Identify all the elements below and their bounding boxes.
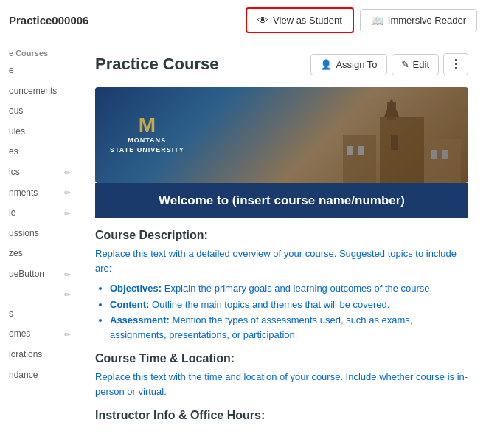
pencil-icon: ✎ — [401, 59, 409, 70]
course-header: Practice Course 👤 Assign To ✎ Edit ⋮ — [95, 53, 468, 75]
welcome-text: Welcome to (insert course name/number) — [159, 193, 405, 207]
page-title: Practice000006 — [9, 14, 88, 27]
view-student-label: View as Student — [273, 15, 342, 26]
list-item-content: Content: Outline the main topics and the… — [110, 297, 468, 312]
edit-label: Edit — [413, 59, 429, 70]
sidebar-item-label: nments — [9, 187, 38, 199]
sidebar-item-label: ussions — [9, 228, 39, 240]
sidebar-section-label: e Courses — [0, 44, 77, 61]
svg-rect-7 — [358, 146, 364, 155]
sidebar-item-ics[interactable]: ics ✏ — [0, 162, 77, 183]
list-label: Assessment: — [110, 314, 170, 325]
edit-icon: ✏ — [64, 187, 71, 198]
edit-icon: ✏ — [64, 329, 71, 340]
sidebar-item-label: le — [9, 207, 15, 219]
edit-icon: ✏ — [64, 168, 71, 178]
course-description-list: Objectives: Explain the primary goals an… — [110, 281, 468, 342]
svg-marker-2 — [384, 98, 399, 117]
sidebar-item-ndance[interactable]: ndance — [0, 365, 77, 386]
edit-button[interactable]: ✎ Edit — [392, 54, 439, 75]
svg-rect-0 — [380, 117, 424, 183]
course-title: Practice Course — [95, 55, 219, 74]
more-options-button[interactable]: ⋮ — [443, 53, 468, 75]
sidebar-item-label: ndance — [9, 370, 38, 382]
sidebar-item-lorations[interactable]: lorations — [0, 345, 77, 365]
svg-rect-8 — [431, 150, 437, 159]
sidebar-item-ussions[interactable]: ussions — [0, 224, 77, 244]
sidebar-item-es[interactable]: es — [0, 142, 77, 162]
assign-to-button[interactable]: 👤 Assign To — [310, 54, 386, 75]
top-bar-actions: 👁 View as Student 📖 Immersive Reader — [246, 7, 477, 33]
sidebar-item-omes[interactable]: omes ✏ — [0, 324, 77, 345]
sidebar-item-label: omes — [9, 328, 30, 340]
edit-icon: ✏ — [64, 208, 71, 218]
svg-rect-6 — [347, 146, 353, 155]
course-banner: M MONTANASTATE UNIVERSITY — [95, 87, 468, 183]
sidebar-item-s[interactable]: s — [0, 304, 77, 325]
section-heading-instructor: Instructor Info & Office Hours: — [95, 409, 468, 422]
sidebar-item-e[interactable]: e — [0, 61, 77, 81]
building-silhouette — [321, 94, 468, 183]
logo-text: MONTANASTATE UNIVERSITY — [110, 136, 184, 154]
svg-rect-5 — [424, 139, 461, 183]
list-label: Objectives: — [110, 283, 162, 294]
sidebar-item-label: es — [9, 146, 18, 158]
sidebar-item-label: ous — [9, 106, 23, 117]
sidebar-item-label: ics — [9, 167, 20, 179]
sidebar-item-label: ueButton — [9, 269, 44, 280]
section-intro-description: Replace this text with a detailed overvi… — [95, 247, 468, 275]
list-text: Explain the primary goals and learning o… — [164, 283, 432, 294]
immersive-reader-button[interactable]: 📖 Immersive Reader — [360, 9, 477, 32]
edit-icon: ✏ — [64, 269, 71, 280]
sidebar-item-label: ules — [9, 126, 25, 138]
sidebar-item-le[interactable]: le ✏ — [0, 203, 77, 224]
sidebar-item-announcements[interactable]: ouncements — [0, 81, 77, 102]
list-label: Content: — [110, 299, 149, 310]
sidebar-item-blank[interactable]: ✏ — [0, 285, 77, 304]
sidebar-item-label: e — [9, 65, 14, 77]
immersive-reader-label: Immersive Reader — [388, 15, 466, 26]
section-intro-time: Replace this text with the time and loca… — [95, 370, 468, 399]
sidebar-item-label: ouncements — [9, 86, 57, 97]
svg-rect-4 — [343, 135, 376, 183]
view-as-student-button[interactable]: 👁 View as Student — [246, 7, 354, 33]
sidebar-item-label: lorations — [9, 349, 42, 361]
student-icon: 👁 — [257, 14, 268, 27]
assign-label: Assign To — [336, 59, 377, 70]
list-item-assessment: Assessment: Mention the types of assessm… — [110, 313, 468, 342]
sidebar-item-label: s — [9, 309, 13, 320]
top-bar: Practice000006 👁 View as Student 📖 Immer… — [0, 0, 486, 41]
sidebar: e Courses e ouncements ous ules es ics ✏… — [0, 41, 77, 448]
sidebar-item-ules[interactable]: ules — [0, 122, 77, 142]
list-item-objectives: Objectives: Explain the primary goals an… — [110, 281, 468, 296]
sidebar-item-uebutton[interactable]: ueButton ✏ — [0, 264, 77, 285]
book-icon: 📖 — [371, 15, 383, 27]
person-icon: 👤 — [320, 59, 332, 70]
course-actions: 👤 Assign To ✎ Edit ⋮ — [310, 53, 468, 75]
sidebar-item-zes[interactable]: zes — [0, 244, 77, 264]
welcome-banner: Welcome to (insert course name/number) — [95, 183, 468, 218]
svg-rect-9 — [442, 150, 448, 159]
university-logo: M MONTANASTATE UNIVERSITY — [110, 115, 184, 154]
svg-rect-3 — [391, 135, 398, 150]
section-heading-time: Course Time & Location: — [95, 352, 468, 365]
sidebar-item-ous[interactable]: ous — [0, 101, 77, 122]
layout: e Courses e ouncements ous ules es ics ✏… — [0, 41, 486, 448]
sidebar-item-label: zes — [9, 248, 23, 260]
section-heading-description: Course Description: — [95, 229, 468, 242]
main-content: Practice Course 👤 Assign To ✎ Edit ⋮ M M… — [77, 41, 486, 448]
list-text: Outline the main topics and themes that … — [152, 299, 389, 310]
sidebar-item-nments[interactable]: nments ✏ — [0, 183, 77, 204]
edit-icon: ✏ — [64, 289, 71, 300]
logo-m: M — [110, 115, 184, 136]
